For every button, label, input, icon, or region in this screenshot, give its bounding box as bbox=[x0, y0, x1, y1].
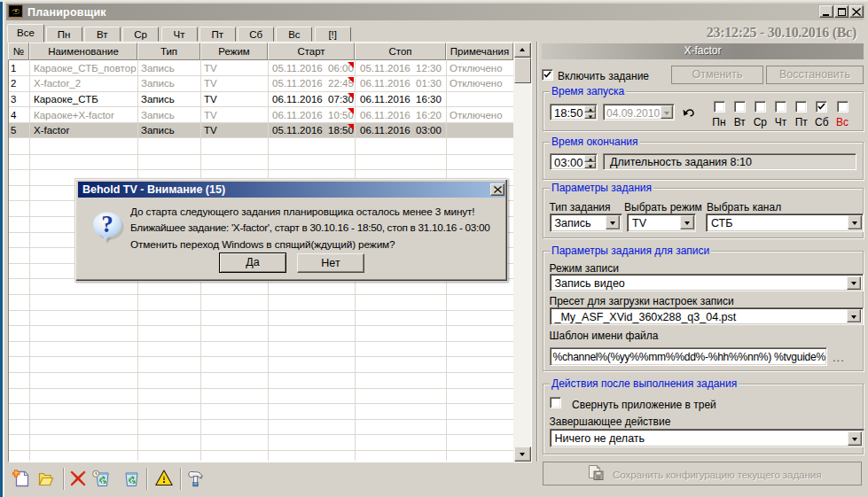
svg-text:?: ? bbox=[101, 211, 113, 237]
